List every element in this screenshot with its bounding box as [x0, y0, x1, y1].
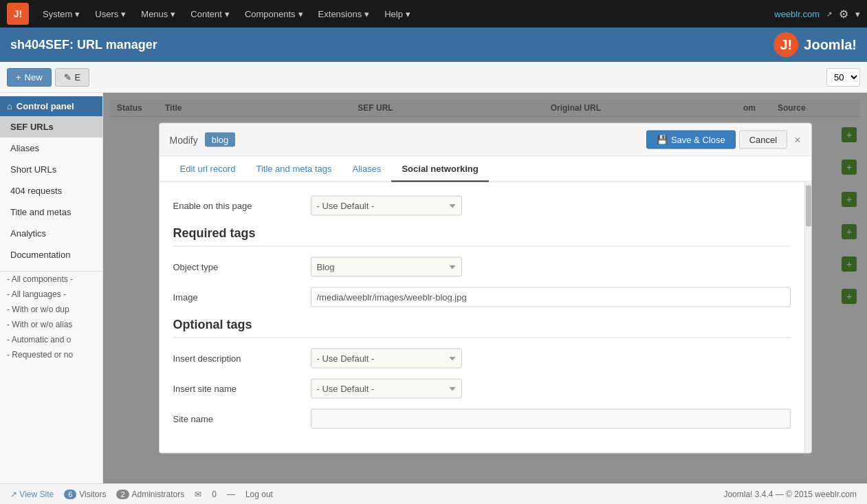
nav-users[interactable]: Users ▾	[88, 0, 133, 28]
modal-body: Enable on this page - Use Default - Yes …	[160, 182, 804, 453]
modal-header: Modify blog 💾 Save & Close Cancel ×	[160, 124, 811, 157]
object-type-control: Blog Article Category Website	[311, 257, 791, 277]
admins-count: 2	[116, 490, 129, 499]
insert-site-name-row: Insert site name - Use Default - Yes No	[173, 379, 791, 399]
nav-menus[interactable]: Menus ▾	[134, 0, 182, 28]
plus-icon: +	[16, 72, 21, 83]
nav-help[interactable]: Help ▾	[377, 0, 417, 28]
insert-description-control: - Use Default - Yes No	[311, 349, 791, 369]
joomla-brand-icon: J!	[773, 32, 798, 57]
sidebar-filter-all-languages[interactable]: - All languages -	[0, 287, 102, 302]
sidebar-item-sef-urls[interactable]: SEF URLs	[0, 116, 102, 138]
chevron-down-icon: ▾	[121, 9, 126, 19]
site-name-label: Site name	[173, 414, 311, 424]
top-navbar: J! System ▾ Users ▾ Menus ▾ Content ▾ Co…	[0, 0, 867, 28]
sidebar-filter-all-components[interactable]: - All components -	[0, 272, 102, 287]
enable-on-page-control: - Use Default - Yes No	[311, 196, 791, 216]
sidebar-item-aliases[interactable]: Aliases	[0, 138, 102, 159]
settings-gear-icon[interactable]: ⚙	[839, 8, 848, 21]
sidebar-item-404-requests[interactable]: 404 requests	[0, 180, 102, 201]
required-tags-heading: Required tags	[173, 226, 791, 247]
chevron-down-icon: ▾	[406, 9, 410, 19]
main-content: Status Title SEF URL Original URL om Sou…	[103, 93, 867, 483]
visitors-badge: 6 Visitors	[64, 490, 106, 499]
tab-edit-url[interactable]: Edit url record	[170, 157, 246, 182]
sidebar: ⌂ Control panel SEF URLs Aliases Short U…	[0, 93, 103, 483]
image-input[interactable]	[311, 287, 791, 307]
nav-right: weeblr.com ↗ ⚙ ▾	[774, 8, 860, 21]
sidebar-filter-with-wo-dup[interactable]: - With or w/o dup	[0, 302, 102, 317]
toolbar: + New ✎ E 50	[0, 62, 867, 93]
modal-inner: Enable on this page - Use Default - Yes …	[160, 182, 811, 453]
version-text: Joomla! 3.4.4 — © 2015 weeblr.com	[723, 490, 857, 499]
joomla-brand: J! Joomla!	[773, 32, 857, 57]
view-site-link[interactable]: ↗ View Site	[10, 490, 54, 499]
status-left: ↗ View Site 6 Visitors 2 Administrators …	[10, 490, 273, 499]
enable-on-page-row: Enable on this page - Use Default - Yes …	[173, 196, 791, 216]
object-type-row: Object type Blog Article Category Websit…	[173, 257, 791, 277]
close-button[interactable]: ×	[794, 133, 800, 146]
chevron-down-icon: ▾	[171, 9, 175, 19]
page-size-select[interactable]: 50	[826, 68, 860, 87]
modal-dialog: Modify blog 💾 Save & Close Cancel × Edit…	[159, 123, 812, 454]
enable-on-page-select[interactable]: - Use Default - Yes No	[311, 196, 462, 216]
object-type-select[interactable]: Blog Article Category Website	[311, 257, 462, 277]
nav-components[interactable]: Components ▾	[238, 0, 310, 28]
sidebar-item-title-metas[interactable]: Title and metas	[0, 201, 102, 223]
main-layout: ⌂ Control panel SEF URLs Aliases Short U…	[0, 93, 867, 483]
joomla-logo-icon: J!	[7, 3, 29, 25]
home-icon: ⌂	[7, 101, 12, 111]
sidebar-section-control-panel: ⌂ Control panel	[0, 96, 102, 116]
messages-count: 0	[212, 490, 217, 499]
chevron-down-icon[interactable]: ▾	[855, 9, 860, 19]
sidebar-filter-automatic[interactable]: - Automatic and o	[0, 332, 102, 347]
save-close-button[interactable]: 💾 Save & Close	[646, 131, 736, 149]
sidebar-item-short-urls[interactable]: Short URLs	[0, 159, 102, 180]
image-label: Image	[173, 292, 311, 303]
scrollbar-thumb	[806, 186, 811, 227]
insert-site-name-control: - Use Default - Yes No	[311, 379, 791, 399]
chevron-down-icon: ▾	[225, 9, 230, 19]
admins-badge: 2 Administrators	[116, 490, 184, 499]
insert-description-select[interactable]: - Use Default - Yes No	[311, 349, 462, 369]
page-title: sh404SEF: URL manager	[10, 38, 157, 52]
edit-button[interactable]: ✎ E	[55, 68, 90, 87]
modal-title-prefix: Modify	[170, 134, 198, 145]
sidebar-filter-with-wo-alias[interactable]: - With or w/o alias	[0, 317, 102, 332]
site-name-row: Site name	[173, 409, 791, 429]
dash-separator: —	[227, 490, 235, 499]
status-right: Joomla! 3.4.4 — © 2015 weeblr.com	[723, 490, 857, 499]
enable-on-page-label: Enable on this page	[173, 201, 311, 211]
nav-system[interactable]: System ▾	[36, 0, 87, 28]
cancel-button[interactable]: Cancel	[739, 131, 787, 149]
new-button[interactable]: + New	[7, 68, 52, 87]
insert-description-label: Insert description	[173, 353, 311, 364]
insert-site-name-label: Insert site name	[173, 384, 311, 394]
modal-badge: blog	[205, 133, 236, 147]
tab-title-meta[interactable]: Title and meta tags	[245, 157, 342, 182]
external-link-icon: ↗	[10, 490, 17, 499]
site-link[interactable]: weeblr.com	[774, 9, 820, 19]
messages-icon: ✉	[195, 490, 201, 499]
modal-tabs: Edit url record Title and meta tags Alia…	[160, 157, 811, 182]
tab-social-networking[interactable]: Social networking	[391, 157, 488, 182]
logout-link[interactable]: Log out	[245, 490, 273, 499]
sidebar-filter-requested[interactable]: - Requested or no	[0, 347, 102, 362]
sidebar-item-documentation[interactable]: Documentation	[0, 244, 102, 265]
chevron-down-icon: ▾	[75, 9, 80, 19]
nav-content[interactable]: Content ▾	[184, 0, 237, 28]
edit-icon: ✎	[64, 72, 72, 83]
site-name-input[interactable]	[311, 409, 791, 429]
tab-aliases[interactable]: Aliases	[342, 157, 392, 182]
insert-site-name-select[interactable]: - Use Default - Yes No	[311, 379, 462, 399]
nav-extensions[interactable]: Extensions ▾	[311, 0, 377, 28]
site-name-control	[311, 409, 791, 429]
toolbar-right: 50	[826, 68, 860, 87]
header-bar: sh404SEF: URL manager J! Joomla!	[0, 28, 867, 62]
external-link-icon: ↗	[826, 10, 832, 18]
modal-scrollbar[interactable]	[804, 182, 811, 453]
visitors-count: 6	[64, 490, 76, 499]
sidebar-item-analytics[interactable]: Analytics	[0, 223, 102, 244]
object-type-label: Object type	[173, 262, 311, 272]
chevron-down-icon: ▾	[364, 9, 369, 19]
